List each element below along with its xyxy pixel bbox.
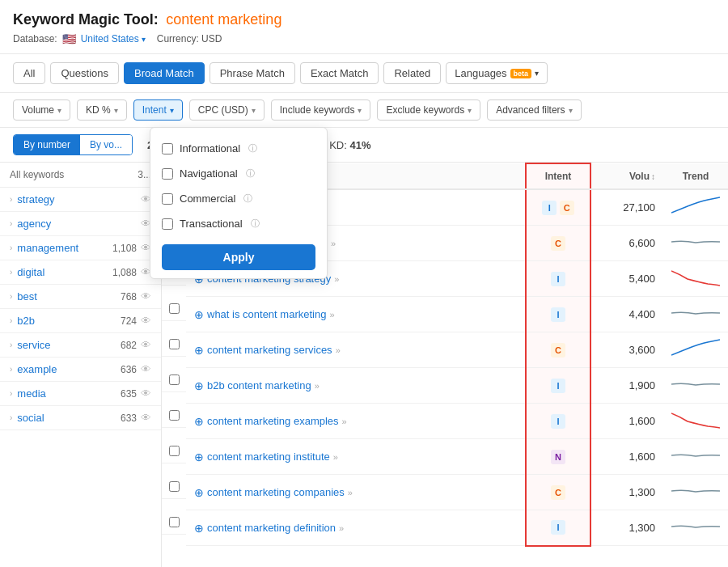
view-toggle: By number By vo... xyxy=(13,134,133,155)
sidebar-item-media[interactable]: › media 635 👁 xyxy=(0,382,161,406)
filter-intent[interactable]: Intent ▾ xyxy=(133,99,183,121)
intent-checkbox-informational[interactable] xyxy=(162,143,173,154)
volume-cell: 1,300 xyxy=(590,510,663,546)
keyword-link[interactable]: ⊕ content marketing institute » xyxy=(194,451,517,463)
sidebar-item-management[interactable]: › management 1,108 👁 xyxy=(0,236,161,260)
sidebar-item-social[interactable]: › social 633 👁 xyxy=(0,406,161,430)
info-icon: ⓘ xyxy=(246,167,255,180)
sparkline xyxy=(671,481,720,501)
sparkline xyxy=(671,517,720,536)
tab-broad-match[interactable]: Broad Match xyxy=(124,62,205,84)
filter-include-keywords[interactable]: Include keywords ▾ xyxy=(271,99,371,121)
tab-related[interactable]: Related xyxy=(383,62,441,84)
external-link-icon: » xyxy=(333,452,338,462)
intent-cell: I xyxy=(526,261,590,297)
sidebar-item-service[interactable]: › service 682 👁 xyxy=(0,333,161,358)
db-row: Database: 🇺🇸 United States ▾ Currency: U… xyxy=(13,32,715,45)
trend-cell xyxy=(663,404,728,439)
eye-icon[interactable]: 👁 xyxy=(141,290,151,303)
tab-questions[interactable]: Questions xyxy=(50,62,119,84)
sidebar: All keywords 3... › strategy 👁 › agency … xyxy=(0,163,162,567)
volume-cell: 4,400 xyxy=(590,297,663,332)
add-icon: ⊕ xyxy=(194,308,204,321)
intent-cell: I xyxy=(526,510,590,546)
intent-checkbox-commercial[interactable] xyxy=(162,193,173,205)
keyword-link[interactable]: ⊕ content marketing definition » xyxy=(194,522,517,535)
tabs-row: All Questions Broad Match Phrase Match E… xyxy=(0,54,728,93)
external-link-icon: » xyxy=(336,345,341,355)
row-checkbox[interactable] xyxy=(169,481,180,492)
row-checkbox[interactable] xyxy=(169,446,180,456)
eye-icon[interactable]: 👁 xyxy=(141,315,151,327)
apply-button[interactable]: Apply xyxy=(162,244,315,270)
eye-icon[interactable]: 👁 xyxy=(141,363,151,375)
sidebar-item-strategy[interactable]: › strategy 👁 xyxy=(0,188,161,212)
trend-cell xyxy=(663,475,728,510)
filter-volume[interactable]: Volume ▾ xyxy=(13,99,70,121)
filter-kd[interactable]: KD % ▾ xyxy=(77,99,127,121)
filter-exclude-keywords[interactable]: Exclude keywords ▾ xyxy=(377,99,480,121)
intent-cell: C xyxy=(526,226,590,261)
volume-cell: 1,300 xyxy=(590,475,663,510)
chevron-down-icon: ▾ xyxy=(170,106,174,115)
intent-option-transactional[interactable]: Transactional ⓘ xyxy=(150,211,327,236)
trend-cell xyxy=(663,297,728,332)
external-link-icon: » xyxy=(334,274,339,284)
db-country-link[interactable]: United States ▾ xyxy=(81,33,146,44)
row-checkbox[interactable] xyxy=(169,517,180,527)
keyword-link[interactable]: ⊕ content marketing examples » xyxy=(194,415,517,428)
sparkline xyxy=(671,374,720,394)
keyword-link[interactable]: ⊕ content marketing services » xyxy=(194,344,517,357)
intent-checkbox-transactional[interactable] xyxy=(162,218,173,230)
sidebar-item-b2b[interactable]: › b2b 724 👁 xyxy=(0,309,161,333)
tab-all[interactable]: All xyxy=(13,62,45,84)
keyword-link[interactable]: ⊕ what is content marketing » xyxy=(194,308,517,321)
sparkline xyxy=(671,268,720,287)
volume-cell: 6,600 xyxy=(590,226,663,261)
sparkline xyxy=(671,446,720,465)
eye-icon[interactable]: 👁 xyxy=(141,387,151,400)
chevron-right-icon: › xyxy=(10,292,12,301)
sidebar-item-digital[interactable]: › digital 1,088 👁 xyxy=(0,260,161,285)
filter-cpc[interactable]: CPC (USD) ▾ xyxy=(189,99,265,121)
intent-dropdown: Informational ⓘ Navigational ⓘ Commercia… xyxy=(150,127,328,279)
chevron-down-icon: ▾ xyxy=(114,106,118,115)
intent-option-informational[interactable]: Informational ⓘ xyxy=(150,136,327,161)
intent-cell: I xyxy=(526,404,590,439)
table-row: ⊕ what is content marketing »I4,400 xyxy=(162,297,728,332)
info-icon: ⓘ xyxy=(251,218,260,230)
row-checkbox[interactable] xyxy=(169,374,180,385)
page-title: Keyword Magic Tool: content marketing xyxy=(13,11,715,28)
chevron-down-icon: ▾ xyxy=(142,35,146,44)
intent-checkbox-navigational[interactable] xyxy=(162,168,173,180)
tab-languages[interactable]: Languages beta ▾ xyxy=(446,62,548,84)
intent-option-navigational[interactable]: Navigational ⓘ xyxy=(150,161,327,186)
view-by-number[interactable]: By number xyxy=(14,135,80,154)
chevron-down-icon: ▾ xyxy=(57,106,61,115)
add-icon: ⊕ xyxy=(194,486,204,499)
col-header-volume[interactable]: Volu↕ xyxy=(590,163,663,189)
row-checkbox[interactable] xyxy=(169,339,180,349)
chevron-right-icon: › xyxy=(10,268,12,277)
add-icon: ⊕ xyxy=(194,451,204,463)
tab-phrase-match[interactable]: Phrase Match xyxy=(210,62,295,84)
sidebar-item-best[interactable]: › best 768 👁 xyxy=(0,285,161,309)
intent-option-commercial[interactable]: Commercial ⓘ xyxy=(150,186,327,211)
eye-icon[interactable]: 👁 xyxy=(141,339,151,351)
chevron-down-icon: ▾ xyxy=(358,106,362,115)
keyword-link[interactable]: ⊕ content marketing companies » xyxy=(194,486,517,499)
col-header-intent[interactable]: Intent xyxy=(526,163,590,189)
chevron-right-icon: › xyxy=(10,243,12,252)
eye-icon[interactable]: 👁 xyxy=(141,412,151,424)
row-checkbox[interactable] xyxy=(169,303,180,314)
row-checkbox[interactable] xyxy=(169,410,180,421)
sidebar-item-example[interactable]: › example 636 👁 xyxy=(0,358,161,382)
main-layout: All keywords 3... › strategy 👁 › agency … xyxy=(0,163,728,567)
keyword-link[interactable]: ⊕ b2b content marketing » xyxy=(194,379,517,392)
sidebar-item-agency[interactable]: › agency 👁 xyxy=(0,212,161,236)
trend-cell xyxy=(663,332,728,368)
filter-row: Volume ▾ KD % ▾ Intent ▾ CPC (USD) ▾ Inc… xyxy=(0,93,728,128)
tab-exact-match[interactable]: Exact Match xyxy=(300,62,379,84)
filter-advanced[interactable]: Advanced filters ▾ xyxy=(487,99,581,121)
view-by-volume[interactable]: By vo... xyxy=(80,135,132,154)
